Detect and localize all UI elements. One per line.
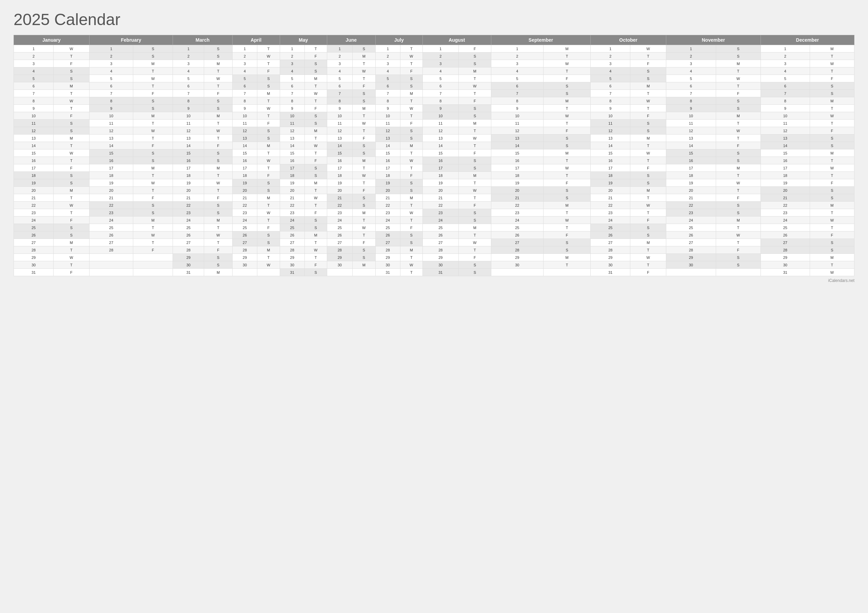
- day-number-february: 21: [89, 194, 133, 201]
- day-number-february: 18: [89, 172, 133, 179]
- day-number-january: 31: [14, 269, 54, 276]
- day-number-november: 9: [666, 105, 716, 112]
- day-number-october: 29: [591, 254, 630, 261]
- day-number-may: 4: [280, 67, 304, 75]
- calendar-row: 27M27T27T27S27T27F27S27W27S27M27T27S: [14, 239, 854, 246]
- day-letter-april: W: [257, 53, 280, 60]
- day-number-april: 10: [232, 112, 257, 120]
- day-number-october: 22: [591, 201, 630, 209]
- day-number-october: 19: [591, 179, 630, 187]
- day-number-february: 28: [89, 246, 133, 254]
- day-letter-november: S: [716, 201, 761, 209]
- calendar-row: 8W8S8S8T8T8S8T8F8M8W8S8M: [14, 97, 854, 105]
- day-number-august: 26: [423, 231, 459, 239]
- day-letter-april: T: [257, 149, 280, 157]
- day-number-april: 14: [232, 142, 257, 149]
- day-number-august: 21: [423, 194, 459, 201]
- day-number-may: 27: [280, 239, 304, 246]
- day-letter-july: S: [400, 231, 423, 239]
- day-letter-december: T: [810, 261, 854, 269]
- day-number-december: 13: [761, 135, 810, 142]
- day-number-december: 22: [761, 201, 810, 209]
- day-number-october: 3: [591, 60, 630, 67]
- day-number-march: 17: [173, 164, 204, 172]
- day-number-october: 5: [591, 75, 630, 82]
- day-letter-july: T: [400, 60, 423, 67]
- day-letter-july: T: [400, 164, 423, 172]
- day-number-march: 21: [173, 194, 204, 201]
- day-letter-august: S: [459, 261, 491, 269]
- day-number-december: 3: [761, 60, 810, 67]
- day-number-july: 6: [375, 82, 400, 90]
- day-letter-march: F: [204, 194, 232, 201]
- day-letter-january: F: [54, 112, 90, 120]
- day-letter-september: M: [543, 201, 590, 209]
- day-number-july: 24: [375, 217, 400, 224]
- day-number-march: 30: [173, 261, 204, 269]
- day-letter-april: S: [257, 127, 280, 135]
- day-letter-november: T: [716, 135, 761, 142]
- day-letter-november: T: [716, 224, 761, 231]
- day-letter-november: T: [716, 239, 761, 246]
- day-letter-august: F: [459, 254, 491, 261]
- calendar-row: 30T30S30W30F30M30W30S30T30T30S30T: [14, 261, 854, 269]
- day-letter-august: S: [459, 105, 491, 112]
- day-letter-march: T: [204, 135, 232, 142]
- day-number-september: 28: [491, 246, 543, 254]
- day-letter-december: T: [810, 157, 854, 164]
- day-number-september: 22: [491, 201, 543, 209]
- day-number-december: 10: [761, 112, 810, 120]
- day-letter-may: S: [304, 67, 327, 75]
- day-letter-march: S: [204, 105, 232, 112]
- day-number-november: 20: [666, 187, 716, 194]
- day-letter-january: M: [54, 82, 90, 90]
- day-letter-january: S: [54, 224, 90, 231]
- day-number-september: 30: [491, 261, 543, 269]
- day-number-june: 24: [327, 217, 352, 224]
- day-number-july: 26: [375, 231, 400, 239]
- day-letter-march: T: [204, 187, 232, 194]
- day-number-july: 15: [375, 149, 400, 157]
- day-letter-december: S: [810, 246, 854, 254]
- day-number-february: 27: [89, 239, 133, 246]
- day-number-july: 13: [375, 135, 400, 142]
- day-number-september: 18: [491, 172, 543, 179]
- day-letter-march: S: [204, 53, 232, 60]
- calendar-row: 6M6T6T6S6T6F6S6W6S6M6T6S: [14, 82, 854, 90]
- day-number-july: 31: [375, 269, 400, 276]
- day-letter-november: S: [716, 261, 761, 269]
- day-number-january: 12: [14, 127, 54, 135]
- day-number-november: 13: [666, 135, 716, 142]
- day-letter-september: W: [543, 112, 590, 120]
- day-letter-december: T: [810, 209, 854, 217]
- day-number-november: 24: [666, 217, 716, 224]
- day-number-april: 8: [232, 97, 257, 105]
- day-number-march: 9: [173, 105, 204, 112]
- day-number-september: 17: [491, 164, 543, 172]
- day-letter-august: S: [459, 157, 491, 164]
- day-letter-february: M: [133, 164, 173, 172]
- day-number-june: 13: [327, 135, 352, 142]
- day-letter-june: S: [352, 90, 375, 97]
- day-number-march: 27: [173, 239, 204, 246]
- calendar-row: 31F31M31S31T31S31F31W: [14, 269, 854, 276]
- calendar-row: 3F3M3M3T3S3T3T3S3W3F3M3W: [14, 60, 854, 67]
- day-number-june: 25: [327, 224, 352, 231]
- calendar-row: 9T9S9S9W9F9M9W9S9T9T9S9T: [14, 105, 854, 112]
- day-number-september: 15: [491, 149, 543, 157]
- day-letter-september: T: [543, 209, 590, 217]
- day-letter-december: T: [810, 67, 854, 75]
- day-number-june: 17: [327, 164, 352, 172]
- day-letter-march: F: [204, 90, 232, 97]
- day-letter-october: S: [630, 127, 666, 135]
- day-letter-august: T: [459, 142, 491, 149]
- day-letter-april: S: [257, 231, 280, 239]
- day-number-april: 16: [232, 157, 257, 164]
- day-letter-june: F: [352, 187, 375, 194]
- day-letter-november: S: [716, 157, 761, 164]
- day-letter-january: S: [54, 75, 90, 82]
- day-number-april: 27: [232, 239, 257, 246]
- day-letter-january: W: [54, 45, 90, 53]
- day-number-july: 25: [375, 224, 400, 231]
- day-letter-april: S: [257, 187, 280, 194]
